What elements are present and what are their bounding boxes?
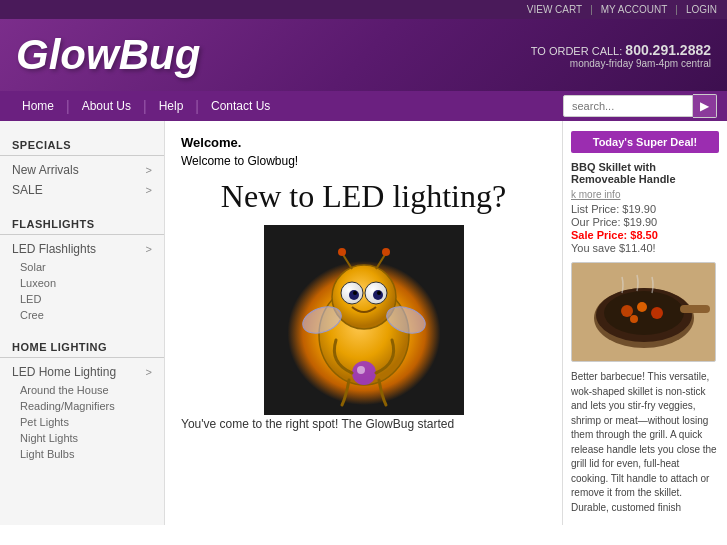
new-arrivals-arrow: > bbox=[146, 164, 152, 176]
sep2: | bbox=[675, 4, 678, 15]
search-button[interactable]: ▶ bbox=[693, 94, 717, 118]
search-wrap: ▶ bbox=[563, 94, 717, 118]
order-label: TO ORDER CALL: 800.291.2882 bbox=[531, 42, 711, 58]
svg-rect-22 bbox=[680, 305, 710, 313]
my-account-link[interactable]: MY ACCOUNT bbox=[601, 4, 668, 15]
mascot-image bbox=[264, 225, 464, 415]
nav-home[interactable]: Home bbox=[10, 91, 66, 121]
business-hours: monday-friday 9am-4pm central bbox=[531, 58, 711, 69]
sidebar-item-around-house[interactable]: Around the House bbox=[0, 382, 164, 398]
view-cart-link[interactable]: VIEW CART bbox=[527, 4, 582, 15]
svg-point-5 bbox=[338, 248, 346, 256]
svg-point-7 bbox=[382, 248, 390, 256]
svg-point-24 bbox=[637, 302, 647, 312]
our-price-label: Our Price: bbox=[571, 216, 621, 228]
nav-links: Home | About Us | Help | Contact Us bbox=[0, 91, 292, 121]
header: GlowBug TO ORDER CALL: 800.291.2882 mond… bbox=[0, 19, 727, 91]
sale-price-label: Sale Price: bbox=[571, 229, 627, 241]
you-save-label: You save bbox=[571, 242, 616, 254]
main-content: Welcome. Welcome to Glowbug! New to LED … bbox=[165, 121, 562, 525]
sidebar-item-led-flashlights[interactable]: LED Flashlights > bbox=[0, 239, 164, 259]
sep1: | bbox=[590, 4, 593, 15]
our-price-value: $19.90 bbox=[624, 216, 658, 228]
logo: GlowBug bbox=[16, 31, 200, 79]
nav-about[interactable]: About Us bbox=[70, 91, 143, 121]
nav-bar: Home | About Us | Help | Contact Us ▶ bbox=[0, 91, 727, 121]
sidebar-item-light-bulbs[interactable]: Light Bulbs bbox=[0, 446, 164, 462]
deal-image-svg bbox=[572, 263, 716, 362]
svg-point-12 bbox=[353, 291, 357, 295]
svg-point-23 bbox=[621, 305, 633, 317]
more-info-link[interactable]: k more info bbox=[571, 189, 719, 200]
list-price: List Price: $19.90 bbox=[571, 203, 719, 215]
deal-description: Better barbecue! This versatile, wok-sha… bbox=[571, 370, 719, 515]
svg-point-26 bbox=[630, 315, 638, 323]
list-price-value: $19.90 bbox=[622, 203, 656, 215]
sidebar-item-reading[interactable]: Reading/Magnifiers bbox=[0, 398, 164, 414]
deal-title: BBQ Skillet with Removeable Handle bbox=[571, 161, 719, 185]
sidebar-item-led-home[interactable]: LED Home Lighting > bbox=[0, 362, 164, 382]
sidebar-item-pet-lights[interactable]: Pet Lights bbox=[0, 414, 164, 430]
login-link[interactable]: LOGIN bbox=[686, 4, 717, 15]
sidebar-item-luxeon[interactable]: Luxeon bbox=[0, 275, 164, 291]
you-save: You save $11.40! bbox=[571, 242, 719, 254]
sidebar-item-sale[interactable]: SALE > bbox=[0, 180, 164, 200]
welcome-heading: Welcome. bbox=[181, 135, 546, 150]
top-bar: VIEW CART | MY ACCOUNT | LOGIN bbox=[0, 0, 727, 19]
right-panel: Today's Super Deal! BBQ Skillet with Rem… bbox=[562, 121, 727, 525]
deal-image bbox=[571, 262, 716, 362]
sale-price: Sale Price: $8.50 bbox=[571, 229, 719, 241]
sale-price-value: $8.50 bbox=[630, 229, 658, 241]
main-layout: SPECIALS New Arrivals > SALE > FLASHLIGH… bbox=[0, 121, 727, 525]
sale-link[interactable]: SALE bbox=[12, 183, 43, 197]
content-description: You've come to the right spot! The GlowB… bbox=[181, 415, 546, 433]
you-save-value: $11.40! bbox=[619, 242, 656, 254]
led-heading: New to LED lighting? bbox=[181, 178, 546, 215]
led-home-arrow: > bbox=[146, 366, 152, 378]
led-flashlights-link[interactable]: LED Flashlights bbox=[12, 242, 96, 256]
welcome-subheading: Welcome to Glowbug! bbox=[181, 154, 546, 168]
header-contact: TO ORDER CALL: 800.291.2882 monday-frida… bbox=[531, 42, 711, 69]
sidebar-item-cree[interactable]: Cree bbox=[0, 307, 164, 323]
sidebar-item-solar[interactable]: Solar bbox=[0, 259, 164, 275]
sidebar-item-night-lights[interactable]: Night Lights bbox=[0, 430, 164, 446]
led-home-link[interactable]: LED Home Lighting bbox=[12, 365, 116, 379]
led-flashlights-arrow: > bbox=[146, 243, 152, 255]
sale-arrow: > bbox=[146, 184, 152, 196]
home-lighting-section-title: HOME LIGHTING bbox=[0, 333, 164, 358]
flashlights-section-title: FLASHLIGHTS bbox=[0, 210, 164, 235]
svg-point-25 bbox=[651, 307, 663, 319]
our-price: Our Price: $19.90 bbox=[571, 216, 719, 228]
nav-contact[interactable]: Contact Us bbox=[199, 91, 282, 121]
deals-header: Today's Super Deal! bbox=[571, 131, 719, 153]
specials-section-title: SPECIALS bbox=[0, 131, 164, 156]
list-price-label: List Price: bbox=[571, 203, 619, 215]
svg-point-17 bbox=[357, 366, 365, 374]
svg-point-21 bbox=[604, 291, 684, 335]
svg-point-13 bbox=[377, 291, 381, 295]
nav-help[interactable]: Help bbox=[147, 91, 196, 121]
sidebar-item-led[interactable]: LED bbox=[0, 291, 164, 307]
search-input[interactable] bbox=[563, 95, 693, 117]
new-arrivals-link[interactable]: New Arrivals bbox=[12, 163, 79, 177]
svg-point-16 bbox=[352, 361, 376, 385]
sidebar-item-new-arrivals[interactable]: New Arrivals > bbox=[0, 160, 164, 180]
sidebar: SPECIALS New Arrivals > SALE > FLASHLIGH… bbox=[0, 121, 165, 525]
